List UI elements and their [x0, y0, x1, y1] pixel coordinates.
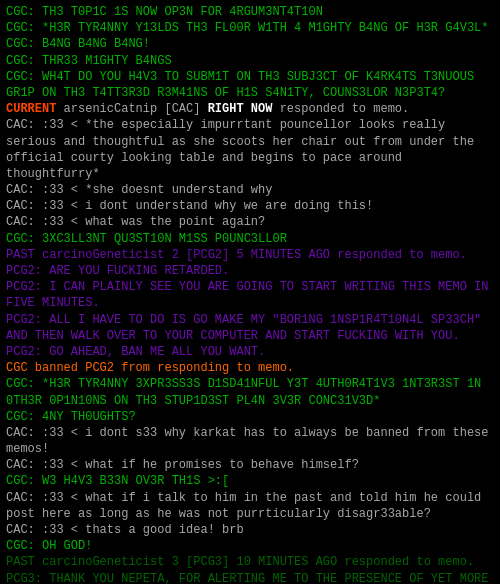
chat-line: CAC: :33 < what if he promises to behave…	[6, 457, 494, 473]
chat-line: CGC: *H3R TYR4NNY Y13LDS TH3 FL00R W1TH …	[6, 20, 494, 36]
chat-line: PCG2: GO AHEAD, BAN ME ALL YOU WANT.	[6, 344, 494, 360]
chat-line: PCG2: ALL I HAVE TO DO IS GO MAKE MY "BO…	[6, 312, 494, 344]
chat-line: CGC: W3 H4V3 B33N OV3R TH1S >:[	[6, 473, 494, 489]
chat-line: CGC: WH4T DO YOU H4V3 TO SUBM1T ON TH3 S…	[6, 69, 494, 101]
chat-line: PAST carcinoGeneticist 2 [PCG2] 5 MINUTE…	[6, 247, 494, 263]
chat-container: CGC: TH3 T0P1C 1S NOW OP3N FOR 4RGUM3NT4…	[6, 4, 494, 584]
chat-line: PCG2: ARE YOU FUCKING RETARDED.	[6, 263, 494, 279]
chat-line: CGC: THR33 M1GHTY B4NGS	[6, 53, 494, 69]
chat-line: CAC: :33 < i dont s33 why karkat has to …	[6, 425, 494, 457]
chat-line: CGC: *H3R TYR4NNY 3XPR3SS3S D1SD41NFUL Y…	[6, 376, 494, 408]
chat-line: CAC: :33 < what if i talk to him in the …	[6, 490, 494, 522]
chat-line: CGC banned PCG2 from responding to memo.	[6, 360, 494, 376]
chat-line: CAC: :33 < what was the point again?	[6, 214, 494, 230]
chat-line: CGC: B4NG B4NG B4NG!	[6, 36, 494, 52]
chat-line: CGC: TH3 T0P1C 1S NOW OP3N FOR 4RGUM3NT4…	[6, 4, 494, 20]
chat-line: CURRENT arsenicCatnip [CAC] RIGHT NOW re…	[6, 101, 494, 117]
user-name: arsenicCatnip [CAC]	[64, 102, 208, 116]
memo-label: responded to memo.	[272, 102, 409, 116]
chat-line: CAC: :33 < i dont understand why we are …	[6, 198, 494, 214]
chat-line: PAST carcinoGeneticist 3 [PCG3] 10 MINUT…	[6, 554, 494, 570]
time-label: RIGHT NOW	[208, 102, 273, 116]
chat-line: PCG2: I CAN PLAINLY SEE YOU ARE GOING TO…	[6, 279, 494, 311]
chat-line: CAC: :33 < *she doesnt understand why	[6, 182, 494, 198]
chat-line: CGC: OH GOD!	[6, 538, 494, 554]
chat-line: CAC: :33 < *the especially impurrtant po…	[6, 117, 494, 182]
chat-line: PCG3: THANK YOU NEPETA, FOR ALERTING ME …	[6, 571, 494, 584]
chat-line: CGC: 4NY TH0UGHTS?	[6, 409, 494, 425]
chat-line: CAC: :33 < thats a good idea! brb	[6, 522, 494, 538]
chat-line: CGC: 3XC3LL3NT QU3ST10N M1SS P0UNC3LL0R	[6, 231, 494, 247]
current-label: CURRENT	[6, 102, 64, 116]
